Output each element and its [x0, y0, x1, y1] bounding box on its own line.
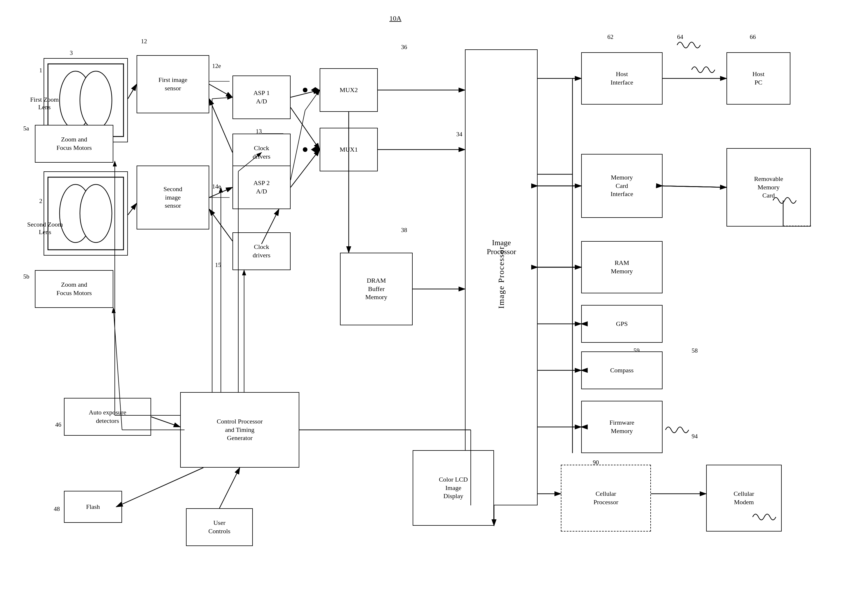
cellular-modem-box: CellularModem	[706, 465, 782, 532]
svg-line-39	[219, 468, 240, 508]
ref-66: 66	[750, 33, 756, 41]
svg-point-2	[80, 71, 112, 129]
ram-memory-box: RAMMemory	[581, 241, 663, 293]
zoom-focus-motors2-box: Zoom andFocus Motors	[35, 270, 113, 308]
diagram-container: 10A 1 3 12 12e 22 2 14 24 14e 13 15 5a 5…	[0, 0, 868, 614]
svg-line-37	[151, 417, 180, 427]
ref-3: 3	[70, 50, 73, 57]
image-processor-label: ImageProcessor	[464, 238, 539, 256]
clock-drivers2-box: Clockdrivers	[233, 233, 290, 270]
ref-1: 1	[39, 67, 42, 74]
gps-box: GPS	[581, 305, 663, 343]
svg-marker-62	[311, 147, 320, 152]
asp1-box: ASP 1A/D	[233, 76, 290, 119]
svg-line-23	[209, 209, 233, 241]
ref-34: 34	[456, 131, 462, 138]
ref-38: 38	[401, 226, 407, 234]
user-controls-box: UserControls	[186, 508, 253, 546]
svg-line-10	[290, 90, 320, 97]
ref-2: 2	[39, 197, 42, 205]
host-interface-box: HostInterface	[581, 52, 663, 105]
first-image-sensor-box: First imagesensor	[137, 55, 209, 113]
dram-buffer-box: DRAMBufferMemory	[340, 253, 413, 325]
svg-line-16	[290, 150, 320, 187]
svg-line-12	[128, 203, 137, 215]
svg-line-47	[663, 186, 727, 187]
ref-46: 46	[55, 421, 61, 428]
svg-marker-61	[311, 87, 320, 93]
ref-48: 48	[54, 505, 60, 513]
svg-line-14	[290, 110, 305, 180]
color-lcd-box: Color LCDImageDisplay	[413, 450, 494, 526]
image-processor-box: Image Processor	[465, 50, 537, 505]
ref-58: 58	[692, 347, 698, 354]
svg-line-38	[116, 468, 203, 507]
svg-line-11	[290, 107, 320, 150]
svg-line-21	[209, 99, 233, 152]
second-zoom-lens-box	[43, 171, 128, 256]
ref-64: 64	[677, 33, 683, 41]
ref-12: 12	[141, 38, 147, 45]
svg-line-45	[663, 186, 727, 187]
asp2-box: ASP 2A/D	[233, 166, 290, 209]
zoom-focus-motors1-box: Zoom andFocus Motors	[35, 125, 113, 163]
ref-14e: 14e	[212, 183, 221, 190]
host-pc-box: HostPC	[727, 52, 790, 105]
cellular-processor-box: CellularProcessor	[561, 465, 651, 532]
second-zoom-lens-label: Second ZoomLens	[25, 221, 65, 236]
ref-15: 15	[215, 261, 221, 269]
mux2-box: MUX2	[320, 68, 378, 112]
removable-memory-card-box: RemovableMemoryCard	[727, 148, 811, 226]
compass-box: Compass	[581, 352, 663, 389]
ref-12e: 12e	[212, 62, 221, 70]
svg-line-15	[305, 90, 320, 110]
first-zoom-lens-label: First ZoomLens	[26, 96, 63, 111]
svg-line-9	[209, 84, 233, 97]
auto-exposure-box: Auto exposuredetectors	[64, 398, 151, 436]
svg-line-8	[128, 84, 137, 99]
diagram-title: 10A	[390, 14, 401, 22]
control-processor-box: Control Processorand TimingGenerator	[180, 392, 299, 468]
ref-62: 62	[607, 33, 613, 41]
second-image-sensor-box: Secondimagesensor	[137, 166, 209, 229]
ref-36: 36	[401, 43, 407, 51]
svg-point-59	[303, 88, 307, 92]
firmware-memory-box: FirmwareMemory	[581, 401, 663, 453]
svg-line-29	[212, 97, 233, 99]
ref-5b: 5b	[23, 273, 30, 280]
svg-line-46	[663, 186, 727, 187]
svg-point-5	[80, 185, 112, 242]
flash-box: Flash	[64, 491, 122, 523]
memory-card-interface-box: MemoryCardInterface	[581, 154, 663, 218]
ref-5a: 5a	[23, 125, 29, 132]
ref-94: 94	[692, 433, 698, 440]
svg-point-60	[303, 147, 307, 152]
mux1-box: MUX1	[320, 128, 378, 171]
